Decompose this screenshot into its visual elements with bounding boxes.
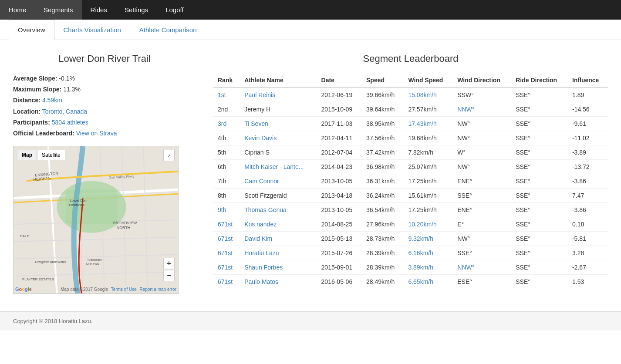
svg-text:🚶: 🚶 <box>176 244 178 252</box>
leaderboard-title: Segment Leaderboard <box>213 53 608 64</box>
view-on-strava-link[interactable]: View on Strava <box>76 130 117 137</box>
map-data-text: Map data ©2017 Google <box>61 287 108 292</box>
table-row: 5thCiprian S2012-07-0437.42km/h7.82km/hW… <box>213 145 608 160</box>
participants-value: 5804 athletes <box>52 119 88 126</box>
table-row: 6thMitch Kaiser - Lante...2014-04-2336.9… <box>213 160 608 174</box>
cell-influence: -2.67 <box>568 260 608 275</box>
map-container: ENNINGTON HEIGHTS Lower Don Parklands Do… <box>13 146 179 294</box>
col-athlete: Athlete Name <box>240 73 317 88</box>
map-terms-link[interactable]: Terms of Use <box>111 287 137 292</box>
svg-text:Mills Park: Mills Park <box>86 263 100 266</box>
table-row: 3rdTi Seven2017-11-0338.95km/h17.43km/hN… <box>213 117 608 131</box>
athlete-link[interactable]: Horatiu Lazu <box>244 249 279 256</box>
cell-athlete: Kevin Davis <box>240 131 317 145</box>
wind-speed-link[interactable]: 15.08km/h <box>408 91 436 98</box>
rank-link[interactable]: 671st <box>218 264 233 271</box>
tab-athlete-comparison[interactable]: Athlete Comparison <box>130 20 206 40</box>
participants-label: Participants: <box>13 119 50 126</box>
table-row: 4thKevin Davis2012-04-1137.56km/h19.68km… <box>213 131 608 145</box>
athlete-link[interactable]: Shaun Forbes <box>244 264 283 271</box>
cell-speed: 37.42km/h <box>362 145 404 160</box>
map-image: ENNINGTON HEIGHTS Lower Don Parklands Do… <box>14 146 178 293</box>
map-zoom-in-button[interactable]: + <box>163 258 175 269</box>
svg-text:Lower Don: Lower Don <box>70 199 86 202</box>
nav-rides[interactable]: Rides <box>82 0 116 20</box>
cell-speed: 36.98km/h <box>362 160 404 174</box>
map-button[interactable]: Map <box>17 150 37 160</box>
athlete-link[interactable]: Paul Reinis <box>244 91 275 98</box>
cell-wind-speed: 25.07km/h <box>404 160 453 174</box>
table-row: 671stShaun Forbes2015-09-0128.39km/h3.89… <box>213 260 608 275</box>
cell-athlete: Kris nandez <box>240 217 317 232</box>
tab-charts[interactable]: Charts Visualization <box>54 20 130 40</box>
athlete-link[interactable]: Paulo Matos <box>244 278 278 285</box>
cell-rank: 8th <box>213 189 240 203</box>
cell-ride-dir: SSE° <box>511 232 568 246</box>
cell-wind-speed: 17.25km/h <box>404 203 453 217</box>
rank-link[interactable]: 1st <box>218 91 226 98</box>
distance-value: 4.59km <box>42 97 62 104</box>
svg-text:PLAYTER ESTATES: PLAYTER ESTATES <box>22 277 54 281</box>
nav-home[interactable]: Home <box>0 0 35 20</box>
cell-influence: -3.89 <box>568 145 608 160</box>
cell-wind-dir: SSE° <box>453 189 511 203</box>
map-data-attribution: Map data ©2017 Google Terms of Use Repor… <box>61 287 176 292</box>
wind-speed-link[interactable]: 6.65km/h <box>408 278 433 285</box>
cell-date: 2012-07-04 <box>317 145 362 160</box>
cell-wind-dir: E° <box>453 217 511 232</box>
athlete-link[interactable]: Kevin Davis <box>244 135 277 142</box>
wind-speed-link[interactable]: 10.20km/h <box>408 221 436 228</box>
table-row: 671stDavid Kim2015-05-1328.73km/h9.32km/… <box>213 232 608 246</box>
cell-ride-dir: SSE° <box>511 203 568 217</box>
map-google-attribution: Google <box>15 286 32 292</box>
nav-settings[interactable]: Settings <box>116 0 157 20</box>
athlete-link[interactable]: Thomas Genua <box>244 206 287 213</box>
cell-wind-dir: NW° <box>453 232 511 246</box>
participants-row: Participants: 5804 athletes <box>13 117 196 128</box>
cell-rank: 671st <box>213 217 240 232</box>
wind-speed-link[interactable]: 3.89km/h <box>408 264 433 271</box>
map-zoom-out-button[interactable]: − <box>163 270 175 281</box>
wind-speed-link[interactable]: 6.16km/h <box>408 249 433 256</box>
tab-bar: Overview Charts Visualization Athlete Co… <box>0 20 621 40</box>
wind-speed-link[interactable]: 9.32km/h <box>408 235 433 242</box>
athlete-link[interactable]: Mitch Kaiser - Lante... <box>244 163 304 170</box>
cell-wind-dir: NNW° <box>453 260 511 275</box>
map-expand-button[interactable]: ⤢ <box>163 150 175 161</box>
location-label: Location: <box>13 108 40 115</box>
svg-text:NORTH: NORTH <box>117 226 131 230</box>
rank-link[interactable]: 671st <box>218 278 233 285</box>
rank-link[interactable]: 671st <box>218 221 233 228</box>
athlete-link[interactable]: Ti Seven <box>244 120 268 127</box>
cell-wind-speed: 3.89km/h <box>404 260 453 275</box>
cell-influence: 1.89 <box>568 88 608 102</box>
cell-date: 2012-06-19 <box>317 88 362 102</box>
table-row: 671stKris nandez2014-08-2527.96km/h10.20… <box>213 217 608 232</box>
nav-logoff[interactable]: Logoff <box>157 0 192 20</box>
rank-link[interactable]: 9th <box>218 206 226 213</box>
cell-date: 2013-10-05 <box>317 203 362 217</box>
tab-overview[interactable]: Overview <box>9 20 54 40</box>
rank-link[interactable]: 671st <box>218 249 233 256</box>
rank-link[interactable]: 671st <box>218 235 233 242</box>
map-report-link[interactable]: Report a map error <box>140 287 176 292</box>
cell-influence: 1.53 <box>568 275 608 289</box>
cell-athlete: Scott Fitzgerald <box>240 189 317 203</box>
satellite-button[interactable]: Satellite <box>37 150 65 160</box>
athlete-link[interactable]: David Kim <box>244 235 272 242</box>
cell-athlete: Jeremy H <box>240 102 317 117</box>
cell-wind-speed: 15.61km/h <box>404 189 453 203</box>
right-panel: Segment Leaderboard Rank Athlete Name Da… <box>213 49 608 294</box>
cell-ride-dir: SSE° <box>511 102 568 117</box>
nav-segments[interactable]: Segments <box>35 0 82 20</box>
cell-athlete: Cam Connor <box>240 174 317 189</box>
col-speed: Speed <box>362 73 404 88</box>
athlete-link[interactable]: Kris nandez <box>244 221 277 228</box>
cell-date: 2013-10-05 <box>317 174 362 189</box>
wind-speed-link[interactable]: 17.43km/h <box>408 120 436 127</box>
average-slope-value: -0.1% <box>59 75 75 82</box>
rank-link[interactable]: 3rd <box>218 120 226 127</box>
distance-row: Distance: 4.59km <box>13 95 196 106</box>
location-value: Toronto, Canada <box>42 108 88 115</box>
athlete-link[interactable]: Cam Connor <box>244 178 279 185</box>
